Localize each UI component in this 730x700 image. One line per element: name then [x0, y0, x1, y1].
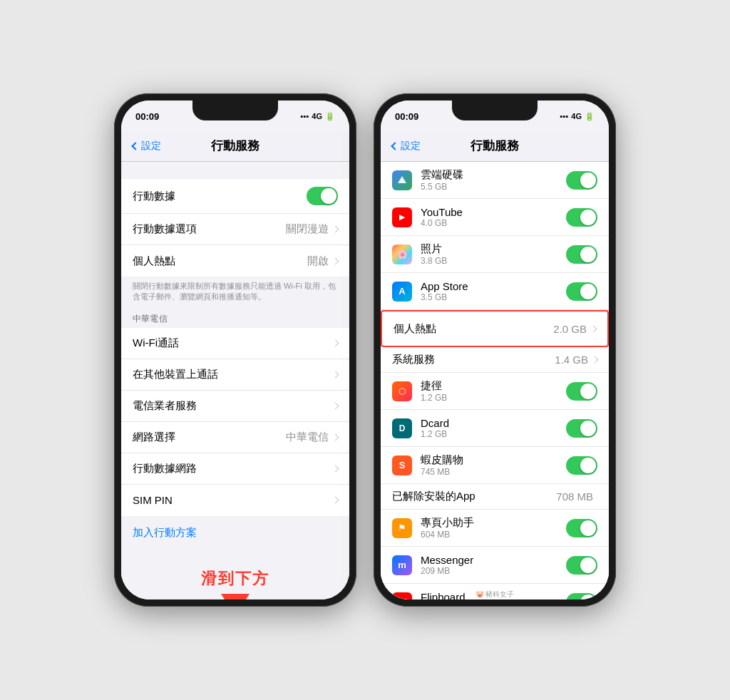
- messenger-size: 209 MB: [421, 566, 566, 576]
- hotspot-row-left[interactable]: 個人熱點 開啟: [121, 245, 349, 277]
- page-info: 專頁小助手 604 MB: [421, 516, 566, 540]
- messenger-toggle[interactable]: [566, 556, 597, 575]
- appstore-info: App Store 3.5 GB: [421, 280, 566, 302]
- drive-info: 雲端硬碟 5.5 GB: [421, 168, 566, 192]
- hotspot-label-left: 個人熱點: [133, 254, 307, 268]
- app-row-youtube[interactable]: ▶ YouTube 4.0 GB: [381, 199, 609, 236]
- mobile-data-label: 行動數據: [133, 190, 307, 203]
- sim-pin-row[interactable]: SIM PIN: [121, 485, 349, 516]
- system-services-row[interactable]: 系統服務 1.4 GB: [381, 347, 609, 373]
- battery-icon: 🔋: [325, 112, 335, 121]
- status-time-left: 00:09: [135, 111, 159, 122]
- messenger-name: Messenger: [421, 554, 566, 566]
- shopee-toggle[interactable]: [566, 456, 597, 475]
- youtube-name: YouTube: [421, 206, 566, 218]
- other-devices-label: 在其他裝置上通話: [133, 368, 333, 381]
- mobile-data-toggle[interactable]: [307, 187, 338, 205]
- drive-name: 雲端硬碟: [421, 168, 566, 182]
- mobile-data-options-row[interactable]: 行動數據選項 關閉漫遊: [121, 214, 349, 245]
- carrier-services-row[interactable]: 電信業者服務: [121, 391, 349, 422]
- app-row-appstore[interactable]: A App Store 3.5 GB: [381, 273, 609, 310]
- network-type-right: 4G: [571, 112, 582, 120]
- wifi-calling-row[interactable]: Wi-Fi通話: [121, 328, 349, 359]
- mobile-data-row[interactable]: 行動數據: [121, 179, 349, 214]
- messenger-icon: m: [392, 555, 412, 575]
- app-row-shortcuts[interactable]: ⬡ 捷徑 1.2 GB: [381, 373, 609, 410]
- back-button-left[interactable]: 設定: [133, 140, 161, 153]
- nav-bar-right: 設定 行動服務: [381, 132, 609, 162]
- mobile-network-row[interactable]: 行動數據網路: [121, 453, 349, 485]
- page-toggle[interactable]: [566, 519, 597, 537]
- photos-name: 照片: [421, 242, 566, 256]
- youtube-info: YouTube 4.0 GB: [421, 206, 566, 228]
- hotspot-name-right: 個人熱點: [394, 322, 553, 336]
- hotspot-row-right[interactable]: 個人熱點 2.0 GB: [381, 310, 609, 347]
- appstore-toggle[interactable]: [566, 282, 597, 301]
- status-bar-right: 00:09 ▪▪▪ 4G 🔋: [381, 101, 609, 132]
- page-size: 604 MB: [421, 530, 566, 540]
- sim-pin-label: SIM PIN: [133, 494, 333, 506]
- uninstalled-value: 708 MB: [556, 490, 593, 503]
- left-phone: 00:09 ▪▪▪ 4G 🔋 設定 行動服務: [114, 93, 356, 607]
- page-name: 專頁小助手: [421, 516, 566, 530]
- network-selection-row[interactable]: 網路選擇 中華電信: [121, 422, 349, 453]
- drive-toggle[interactable]: [566, 171, 597, 190]
- back-label-left: 設定: [141, 140, 161, 153]
- shortcuts-info: 捷徑 1.2 GB: [421, 379, 566, 403]
- battery-icon-right: 🔋: [585, 112, 595, 121]
- dcard-icon: D: [392, 418, 412, 438]
- shortcuts-name: 捷徑: [421, 379, 566, 393]
- youtube-toggle[interactable]: [566, 208, 597, 227]
- app-row-dcard[interactable]: D Dcard 1.2 GB: [381, 410, 609, 447]
- dcard-toggle[interactable]: [566, 419, 597, 438]
- app-row-messenger[interactable]: m Messenger 209 MB: [381, 547, 609, 584]
- shopee-icon: S: [392, 455, 412, 475]
- app-row-shopee[interactable]: S 蝦皮購物 745 MB: [381, 447, 609, 484]
- app-row-drive[interactable]: 雲端硬碟 5.5 GB: [381, 162, 609, 199]
- drive-size: 5.5 GB: [421, 182, 566, 192]
- app-row-page[interactable]: ⚑ 專頁小助手 604 MB: [381, 510, 609, 547]
- back-button-right[interactable]: 設定: [392, 140, 421, 153]
- dcard-size: 1.2 GB: [421, 429, 566, 439]
- page-icon: ⚑: [392, 518, 412, 538]
- carrier-services-chevron: [332, 402, 339, 409]
- mobile-network-chevron: [332, 465, 339, 472]
- app-row-photos[interactable]: 🌸 照片 3.8 GB: [381, 236, 609, 273]
- network-type: 4G: [312, 112, 322, 120]
- carrier-services-label: 電信業者服務: [133, 399, 333, 413]
- photos-toggle[interactable]: [566, 245, 597, 264]
- hotspot-chevron-right: [590, 325, 597, 332]
- main-container: 00:09 ▪▪▪ 4G 🔋 設定 行動服務: [0, 0, 730, 700]
- watermark: 🐷 豬科女子: [475, 590, 515, 599]
- arrow-down-icon: [221, 594, 250, 599]
- flipboard-toggle[interactable]: [566, 593, 597, 600]
- dcard-name: Dcard: [421, 417, 566, 429]
- photos-info: 照片 3.8 GB: [421, 242, 566, 266]
- uninstalled-row: 已解除安裝的App 708 MB: [381, 484, 609, 510]
- other-devices-row[interactable]: 在其他裝置上通話: [121, 359, 349, 391]
- hotspot-value-right: 2.0 GB: [553, 323, 587, 335]
- plan-link-section: 加入行動方案: [121, 516, 349, 550]
- carrier-section-header: 中華電信: [121, 309, 349, 328]
- left-content: 行動數據 行動數據選項 關閉漫遊 個人熱點 開啟: [121, 162, 349, 599]
- hotspot-chevron-left: [332, 257, 339, 264]
- system-services-label: 系統服務: [392, 353, 555, 366]
- nav-title-right: 行動服務: [471, 138, 519, 154]
- dcard-info: Dcard 1.2 GB: [421, 417, 566, 439]
- appstore-size: 3.5 GB: [421, 292, 566, 302]
- youtube-size: 4.0 GB: [421, 218, 566, 228]
- right-content: 雲端硬碟 5.5 GB ▶ YouTube 4.0 GB: [381, 162, 609, 599]
- back-chevron-right: [391, 142, 399, 150]
- plan-link[interactable]: 加入行動方案: [133, 526, 197, 538]
- uninstalled-label: 已解除安裝的App: [392, 490, 556, 503]
- mobile-data-options-chevron: [332, 226, 339, 233]
- back-label-right: 設定: [401, 140, 421, 153]
- appstore-name: App Store: [421, 280, 566, 292]
- info-text: 關閉行動數據來限制所有數據服務只能透過 Wi-Fi 取用，包含電子郵件、瀏覽網頁…: [121, 277, 349, 309]
- wifi-calling-chevron: [332, 339, 339, 346]
- flipboard-icon: f: [392, 592, 412, 600]
- photos-icon: 🌸: [392, 245, 412, 264]
- signal-icon: ▪▪▪: [301, 112, 309, 120]
- system-services-chevron: [592, 356, 599, 364]
- shortcuts-toggle[interactable]: [566, 382, 597, 401]
